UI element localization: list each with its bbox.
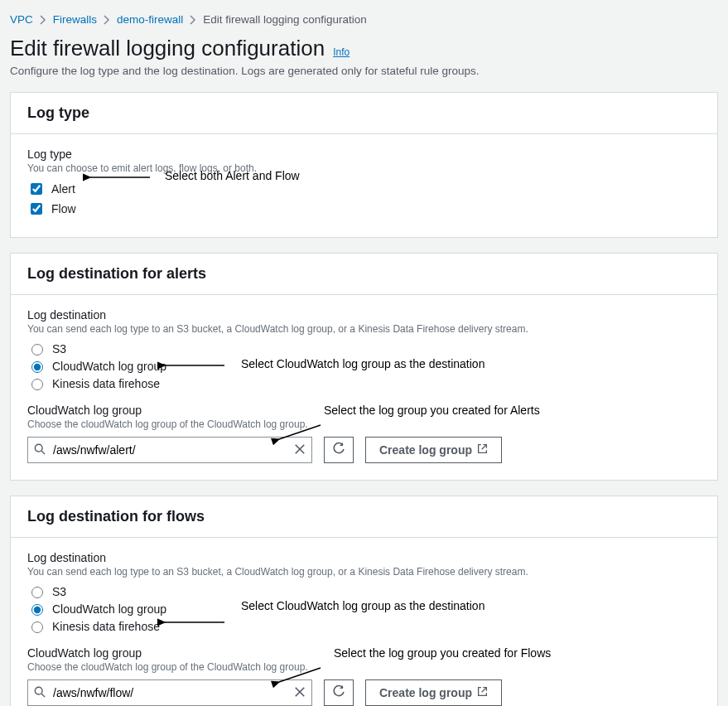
log-type-panel: Log type Log type You can choose to emit… [10,92,718,238]
page-title-text: Edit firewall logging configuration [10,36,325,61]
radio-alerts-s3-label: S3 [52,342,66,355]
refresh-button[interactable] [324,437,354,463]
breadcrumb-current: Edit firewall logging configuration [203,13,366,26]
svg-point-9 [35,687,42,694]
annotation-flows-dest: Select CloudWatch log group as the desti… [241,599,485,612]
page-title: Edit firewall logging configuration Info [10,36,718,61]
alerts-log-group-input[interactable] [27,437,312,463]
radio-alerts-kdf[interactable]: Kinesis data firehose [27,376,701,390]
refresh-icon [332,442,345,458]
radio-flows-kdf-label: Kinesis data firehose [52,620,160,633]
breadcrumb-firewalls[interactable]: Firewalls [53,13,97,26]
log-type-header: Log type [11,93,717,134]
radio-alerts-cw-input[interactable] [31,361,43,373]
radio-alerts-kdf-label: Kinesis data firehose [52,377,160,390]
flows-panel: Log destination for flows Log destinatio… [10,496,718,706]
svg-line-10 [41,694,45,697]
close-icon[interactable] [294,686,306,698]
flows-header: Log destination for flows [11,496,717,538]
arrow-icon [274,423,324,442]
flows-cw-desc: Choose the cloudWatch log group of the C… [27,661,701,673]
create-log-group-button[interactable]: Create log group [365,437,502,463]
annotation-log-type: Select both Alert and Flow [165,169,300,182]
breadcrumb-vpc[interactable]: VPC [10,13,33,26]
svg-line-13 [482,688,487,693]
svg-line-6 [482,445,487,450]
radio-flows-s3-input[interactable] [31,587,43,598]
chevron-right-icon [190,15,196,25]
radio-flows-cw-label: CloudWatch log group [52,602,166,616]
search-icon [34,443,46,455]
log-type-label: Log type [27,147,701,161]
flows-dest-desc: You can send each log type to an S3 buck… [27,566,701,578]
svg-point-2 [35,444,42,452]
create-log-group-label: Create log group [379,686,472,699]
search-icon [34,686,46,698]
alerts-cw-desc: Choose the cloudWatch log group of the C… [27,418,701,430]
checkbox-alert-label: Alert [51,182,75,196]
checkbox-flow-input[interactable] [31,203,42,215]
arrow-icon [160,359,226,372]
create-log-group-button[interactable]: Create log group [365,679,502,706]
annotation-alerts-cw: Select the log group you created for Ale… [324,404,540,417]
info-link[interactable]: Info [333,46,350,58]
create-log-group-label: Create log group [379,443,472,457]
breadcrumb: VPC Firewalls demo-firewall Edit firewal… [10,13,718,26]
checkbox-flow[interactable]: Flow [27,201,701,217]
radio-alerts-s3-input[interactable] [31,344,43,355]
alerts-dest-label: Log destination [27,308,701,322]
radio-flows-cw-input[interactable] [31,604,43,616]
breadcrumb-demo-firewall[interactable]: demo-firewall [117,13,183,26]
flows-log-group-search[interactable] [27,679,312,706]
svg-line-3 [41,451,45,454]
checkbox-flow-label: Flow [51,202,76,215]
chevron-right-icon [40,15,46,25]
radio-alerts-kdf-input[interactable] [31,379,43,390]
alerts-header: Log destination for alerts [11,254,717,295]
arrow-icon [160,616,226,629]
radio-alerts-cw-label: CloudWatch log group [52,360,166,373]
arrow-icon [274,666,324,684]
arrow-icon [85,171,152,184]
checkbox-alert-input[interactable] [31,183,42,195]
external-link-icon [477,686,488,699]
flows-dest-label: Log destination [27,551,701,564]
refresh-icon [332,685,345,701]
chevron-right-icon [104,15,110,25]
radio-flows-kdf-input[interactable] [31,621,43,633]
annotation-alerts-dest: Select CloudWatch log group as the desti… [241,357,485,370]
radio-flows-kdf[interactable]: Kinesis data firehose [27,619,701,633]
annotation-flows-cw: Select the log group you created for Flo… [334,646,551,660]
radio-flows-s3[interactable]: S3 [27,584,701,598]
svg-line-7 [279,425,321,439]
refresh-button[interactable] [324,679,354,706]
alerts-panel: Log destination for alerts Log destinati… [10,253,718,481]
radio-alerts-s3[interactable]: S3 [27,341,701,355]
svg-line-14 [279,668,321,682]
radio-flows-s3-label: S3 [52,585,66,598]
flows-log-group-input[interactable] [27,679,312,706]
alerts-dest-desc: You can send each log type to an S3 buck… [27,323,701,335]
page-subtitle: Configure the log type and the log desti… [10,65,718,77]
external-link-icon [477,443,488,457]
close-icon[interactable] [294,443,306,455]
alerts-log-group-search[interactable] [27,437,312,463]
